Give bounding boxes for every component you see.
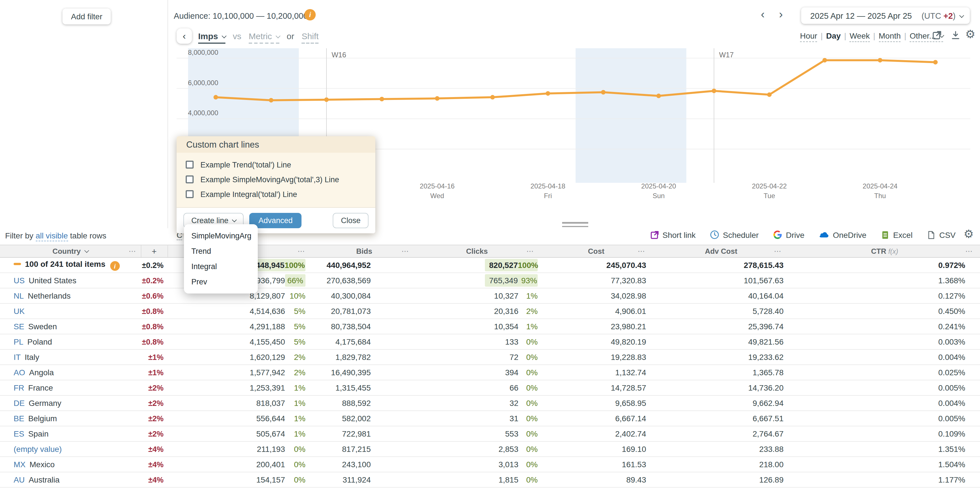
checkbox-icon[interactable] <box>186 161 194 168</box>
checkbox-row-sma[interactable]: Example SimpleMovingAvg('total',3) Line <box>177 172 375 187</box>
date-range-picker[interactable]: 2025 Apr 12 — 2025 Apr 25 (UTC +2) <box>801 7 970 24</box>
csv-export-button[interactable]: CSV <box>927 229 956 240</box>
checkbox-row-integral[interactable]: Example Integral('total') Line <box>177 187 375 202</box>
share-percent: 0% <box>285 445 305 454</box>
column-header-country[interactable]: Country⋯ <box>0 245 141 257</box>
data-point[interactable] <box>878 58 882 62</box>
column-header-clicks[interactable]: Clicks⋯ <box>415 245 539 257</box>
excel-file-icon <box>881 230 890 239</box>
all-visible-link[interactable]: all visible <box>35 231 68 241</box>
cell-imps: 4,514,6365% <box>167 304 314 319</box>
collapse-chart-button[interactable]: ‹ <box>177 29 192 44</box>
table-row[interactable]: MXMexico±4%200,4010%243,1003,0130%161.53… <box>0 457 980 472</box>
column-menu-icon[interactable]: ⋯ <box>638 247 645 256</box>
chart-settings-gear-icon[interactable]: ⚙ <box>965 27 975 41</box>
share-percent: 2% <box>285 353 305 362</box>
checkbox-icon[interactable] <box>186 190 194 198</box>
shift-link[interactable]: Shift <box>302 31 318 44</box>
data-point[interactable] <box>822 58 827 62</box>
table-row[interactable]: UK±0.8%4,514,6365%20,781,07320,3162%4,90… <box>0 304 980 319</box>
granularity-day[interactable]: Day <box>826 31 841 40</box>
data-point[interactable] <box>490 95 495 100</box>
create-line-menu: SimpleMovingArg Trend Integral Prev <box>184 224 258 294</box>
data-point[interactable] <box>712 89 716 93</box>
data-point[interactable] <box>767 92 772 97</box>
column-header-bids[interactable]: Bids⋯ <box>314 245 415 257</box>
resize-handle[interactable] <box>562 222 588 229</box>
date-prev-button[interactable]: ‹ <box>761 8 765 21</box>
open-in-new-icon[interactable] <box>932 30 942 42</box>
table-row[interactable]: PLPoland±0.8%4,155,4505%4,175,6841330%49… <box>0 334 980 350</box>
granularity-month[interactable]: Month <box>879 31 901 42</box>
column-header-adv-cost[interactable]: Adv Cost⋯ <box>653 245 789 257</box>
scheduler-button[interactable]: Scheduler <box>710 229 759 240</box>
cell-adv-cost: 2,764.67 <box>653 426 789 442</box>
info-icon[interactable]: i <box>304 9 316 21</box>
table-row[interactable]: FRFrance±2%1,253,3911%1,315,455660%14,72… <box>0 380 980 396</box>
data-point[interactable] <box>601 90 606 95</box>
data-point[interactable] <box>324 97 329 102</box>
cell-cost: 34,028.98 <box>539 288 653 304</box>
date-next-button[interactable]: › <box>779 8 783 21</box>
data-point[interactable] <box>213 95 218 100</box>
data-point[interactable] <box>546 91 550 96</box>
granularity-week[interactable]: Week <box>850 31 870 42</box>
data-point[interactable] <box>656 94 661 98</box>
cell-bids: 270,638,569 <box>314 273 415 288</box>
table-totals-row[interactable]: 100 of 241 total itemsi±0.2%84,448,94510… <box>0 257 980 273</box>
table-row[interactable]: SESweden±0.8%4,291,1885%80,738,50410,354… <box>0 319 980 334</box>
table-row[interactable]: USUnited States±0.2%55,936,79966%270,638… <box>0 273 980 288</box>
cell-uncertainty: ±2% <box>141 380 167 396</box>
column-menu-icon[interactable]: ⋯ <box>965 247 973 256</box>
google-drive-button[interactable]: Drive <box>773 229 804 240</box>
column-menu-icon[interactable]: ⋯ <box>129 247 136 256</box>
table-row[interactable]: BEBelgium±2%556,6441%582,002310%6,667.14… <box>0 411 980 426</box>
table-row[interactable]: ITItaly±1%1,620,1292%1,829,782720%19,228… <box>0 350 980 365</box>
advanced-button[interactable]: Advanced <box>250 213 302 228</box>
short-link-button[interactable]: Short link <box>650 229 696 240</box>
cell-clicks: 820,527100% <box>415 257 539 273</box>
table-row[interactable]: ESSpain±2%505,6741%722,9815530%2,402.742… <box>0 426 980 442</box>
column-header-cost[interactable]: Cost⋯ <box>539 245 653 257</box>
country-code: US <box>14 276 25 285</box>
cell-country: UK <box>0 304 141 319</box>
add-filter-button[interactable]: Add filter <box>62 8 111 24</box>
table-row[interactable]: AOAngola±1%1,577,9422%16,490,3953940%1,1… <box>0 365 980 380</box>
column-header-ctr[interactable]: CTR f(x)⋯ <box>789 245 980 257</box>
menu-item-simplemovingarg[interactable]: SimpleMovingArg <box>184 228 258 243</box>
checkbox-icon[interactable] <box>186 175 194 183</box>
table-settings-gear-icon[interactable]: ⚙ <box>964 227 974 241</box>
table-row[interactable]: DEGermany±2%818,0371%888,592320%9,658.95… <box>0 396 980 411</box>
metric-value: 2,853 <box>498 445 519 454</box>
menu-item-prev[interactable]: Prev <box>184 274 258 289</box>
column-menu-icon[interactable]: ⋯ <box>774 247 781 256</box>
week-marker-label: W16 <box>332 51 346 59</box>
excel-export-button[interactable]: Excel <box>881 229 912 240</box>
share-percent: 5% <box>285 307 305 316</box>
metric-value: 505,674 <box>256 429 285 438</box>
checkbox-row-trend[interactable]: Example Trend('total') Line <box>177 157 375 172</box>
menu-item-trend[interactable]: Trend <box>184 243 258 259</box>
download-icon[interactable] <box>950 30 961 42</box>
column-menu-icon[interactable]: ⋯ <box>298 247 305 256</box>
table-row[interactable]: AUAustralia±4%154,1570%311,9241,8150%89.… <box>0 472 980 487</box>
table-row[interactable]: (empty value)±4%211,1930%817,2152,8530%1… <box>0 442 980 457</box>
data-point[interactable] <box>380 97 384 101</box>
table-row[interactable]: NLNetherlands±0.6%8,129,80710%40,300,084… <box>0 288 980 304</box>
data-point[interactable] <box>269 98 274 102</box>
cell-adv-cost: 9,662.94 <box>653 396 789 411</box>
cell-cost: 1,132.74 <box>539 365 653 380</box>
close-button[interactable]: Close <box>333 213 369 228</box>
short-link-icon <box>650 230 659 239</box>
menu-item-integral[interactable]: Integral <box>184 259 258 274</box>
column-menu-icon[interactable]: ⋯ <box>401 247 409 256</box>
column-menu-icon[interactable]: ⋯ <box>527 247 534 256</box>
data-point[interactable] <box>435 96 439 101</box>
cell-cost: 245,070.43 <box>539 257 653 273</box>
granularity-hour[interactable]: Hour <box>800 31 817 42</box>
data-point[interactable] <box>933 60 938 64</box>
add-column-button[interactable]: + <box>141 245 167 257</box>
compare-metric-dropdown[interactable]: Metric <box>249 31 279 44</box>
primary-metric-dropdown[interactable]: Imps <box>198 31 226 44</box>
onedrive-button[interactable]: OneDrive <box>819 229 867 240</box>
